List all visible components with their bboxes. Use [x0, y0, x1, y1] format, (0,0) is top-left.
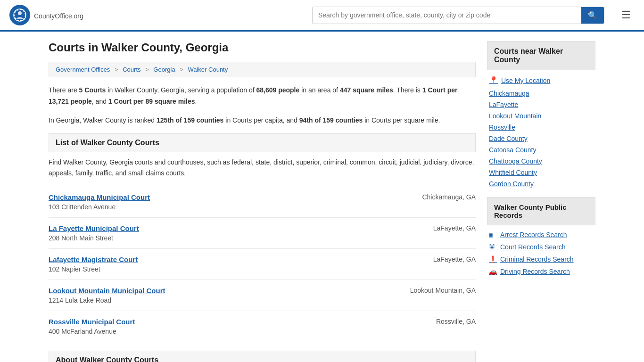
area: 447 square miles — [340, 86, 393, 94]
main-container: Courts in Walker County, Georgia Governm… — [39, 32, 605, 362]
breadcrumb-georgia[interactable]: Georgia — [153, 66, 175, 73]
record-icon: ■ — [489, 231, 496, 239]
about-section-header: About Walker County Courts — [49, 351, 476, 362]
sidebar: Courts near Walker County 📍 Use My Locat… — [487, 41, 595, 362]
court-city: LaFayette, GA — [433, 224, 476, 232]
court-item: Lookout Mountain Municipal Court 1214 Lu… — [49, 280, 476, 311]
rank-capita: 125th of 159 counties — [157, 116, 223, 124]
public-records-links-container: ■Arrest Records Search🏛Court Records Sea… — [487, 231, 595, 275]
court-name-link[interactable]: La Fayette Municipal Court — [49, 224, 139, 232]
nearby-link[interactable]: Dade County — [487, 135, 595, 142]
court-item: La Fayette Municipal Court 208 North Mai… — [49, 218, 476, 249]
record-link[interactable]: 🏛Court Records Search — [487, 243, 595, 251]
rank-sqmile: 94th of 159 counties — [299, 116, 363, 124]
courts-count: 5 Courts — [79, 86, 106, 94]
court-list: Chickamauga Municipal Court 103 Crittend… — [49, 187, 476, 342]
breadcrumb-courts[interactable]: Courts — [123, 66, 140, 73]
breadcrumb: Government Offices > Courts > Georgia > … — [49, 62, 476, 77]
logo-link[interactable]: CountyOffice.org — [9, 5, 83, 25]
court-name-link[interactable]: Rossville Municipal Court — [49, 318, 135, 326]
courts-near-section: Courts near Walker County 📍 Use My Locat… — [487, 41, 595, 188]
record-icon: ❗ — [489, 255, 496, 263]
record-icon: 🚗 — [489, 268, 496, 275]
content-area: Courts in Walker County, Georgia Governm… — [49, 41, 476, 362]
menu-button[interactable]: ☰ — [618, 7, 635, 23]
court-address: 1214 Lula Lake Road — [49, 296, 111, 304]
search-bar: 🔍 — [312, 7, 604, 24]
pin-icon: 📍 — [489, 76, 498, 85]
court-address: 400 McFarland Avenue — [49, 328, 116, 335]
nearby-link[interactable]: Whitfield County — [487, 169, 595, 176]
nearby-link[interactable]: Chickamauga — [487, 90, 595, 97]
use-location-label: Use My Location — [501, 77, 550, 84]
nearby-link[interactable]: Chattooga County — [487, 157, 595, 165]
nearby-link[interactable]: Lookout Mountain — [487, 112, 595, 120]
record-label: Criminal Records Search — [500, 255, 574, 263]
nearby-link[interactable]: LaFayette — [487, 101, 595, 108]
court-address: 208 North Main Street — [49, 234, 113, 242]
record-link[interactable]: ■Arrest Records Search — [487, 231, 595, 239]
record-link[interactable]: ❗Criminal Records Search — [487, 255, 595, 263]
court-city: Lookout Mountain, GA — [410, 287, 476, 294]
court-name-link[interactable]: Chickamauga Municipal Court — [49, 193, 150, 201]
page-title: Courts in Walker County, Georgia — [49, 41, 476, 54]
court-city: Rossville, GA — [436, 318, 476, 325]
list-section-header: List of Walker County Courts — [49, 133, 476, 152]
use-my-location-link[interactable]: 📍 Use My Location — [487, 76, 595, 85]
nearby-link[interactable]: Rossville — [487, 123, 595, 131]
info-paragraph-2: In Georgia, Walker County is ranked 125t… — [49, 115, 476, 126]
logo-text: CountyOffice.org — [34, 10, 83, 21]
logo-icon — [9, 5, 30, 25]
court-address: 103 Crittenden Avenue — [49, 203, 116, 211]
court-item: Rossville Municipal Court 400 McFarland … — [49, 311, 476, 342]
public-records-section: Walker County Public Records ■Arrest Rec… — [487, 197, 595, 275]
court-item: Chickamauga Municipal Court 103 Crittend… — [49, 187, 476, 218]
nearby-link[interactable]: Catoosa County — [487, 146, 595, 154]
court-name-link[interactable]: Lafayette Magistrate Court — [49, 255, 138, 263]
record-label: Arrest Records Search — [500, 231, 567, 239]
info-paragraph-1: There are 5 Courts in Walker County, Geo… — [49, 85, 476, 107]
court-name-link[interactable]: Lookout Mountain Municipal Court — [49, 287, 165, 295]
search-button[interactable]: 🔍 — [581, 7, 604, 24]
public-records-header: Walker County Public Records — [487, 197, 595, 225]
record-label: Court Records Search — [500, 243, 566, 251]
court-address: 102 Napier Street — [49, 265, 100, 273]
search-input[interactable] — [313, 8, 581, 23]
record-label: Driving Records Search — [500, 268, 570, 275]
record-icon: 🏛 — [489, 243, 496, 251]
breadcrumb-walker-county[interactable]: Walker County — [188, 66, 228, 73]
court-city: Chickamauga, GA — [422, 193, 476, 201]
svg-point-1 — [18, 11, 22, 15]
list-description: Find Walker County, Georgia courts and c… — [49, 157, 476, 178]
nearby-link[interactable]: Gordon County — [487, 180, 595, 188]
record-link[interactable]: 🚗Driving Records Search — [487, 268, 595, 275]
site-header: CountyOffice.org 🔍 ☰ — [0, 0, 644, 32]
nearby-links-container: ChickamaugaLaFayetteLookout MountainRoss… — [487, 90, 595, 188]
court-city: LaFayette, GA — [433, 255, 476, 263]
breadcrumb-gov-offices[interactable]: Government Offices — [56, 66, 110, 73]
courts-near-header: Courts near Walker County — [487, 41, 595, 70]
population: 68,609 people — [256, 86, 299, 94]
court-item: Lafayette Magistrate Court 102 Napier St… — [49, 249, 476, 280]
per-sqmile: 1 Court per 89 square miles — [108, 98, 195, 105]
